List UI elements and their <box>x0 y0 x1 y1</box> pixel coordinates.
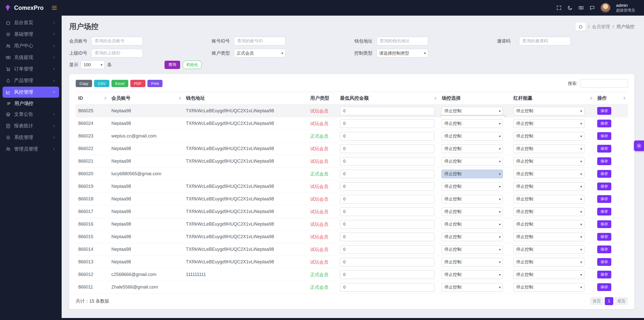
win-select[interactable]: 停止控制 <box>513 220 584 229</box>
win-select[interactable]: 停止控制 <box>513 207 584 216</box>
avatar[interactable] <box>600 3 611 13</box>
column-header[interactable]: 钱包地址 <box>183 92 308 105</box>
export-print-button[interactable]: Print <box>147 80 163 87</box>
settings-gear-button[interactable] <box>634 140 644 151</box>
table-search-input[interactable] <box>580 79 628 88</box>
dark-mode-moon-icon[interactable] <box>567 5 573 11</box>
reset-button[interactable]: 初始化 <box>183 61 202 69</box>
control-select[interactable]: 停止控制 <box>441 107 503 115</box>
column-header[interactable]: ID <box>76 92 109 105</box>
control-select[interactable]: 停止控制 <box>441 119 503 128</box>
sidebar-item-10[interactable]: 管理员管理 <box>3 144 59 155</box>
save-button[interactable]: 保存 <box>597 245 611 253</box>
win-select[interactable]: 停止控制 <box>513 258 584 266</box>
sidebar-item-9[interactable]: 系统管理 <box>3 132 59 143</box>
min-risk-amount-input[interactable] <box>340 170 434 178</box>
column-header[interactable]: 用户类型 <box>308 92 338 105</box>
parent-id-input[interactable] <box>91 49 143 57</box>
pagination-first[interactable]: 首页 <box>590 297 603 305</box>
chat-icon[interactable] <box>589 5 595 11</box>
min-risk-amount-input[interactable] <box>340 182 434 191</box>
pagination-last[interactable]: 尾页 <box>615 297 628 305</box>
min-risk-amount-input[interactable] <box>340 119 434 128</box>
control-select[interactable]: 停止控制 <box>441 220 503 229</box>
query-button[interactable]: 查询 <box>165 61 180 69</box>
control-select[interactable]: 停止控制 <box>441 132 503 140</box>
export-copy-button[interactable]: Copy <box>76 80 92 87</box>
control-select[interactable]: 停止控制 <box>441 145 503 153</box>
control-select[interactable]: 停止控制 <box>441 170 503 178</box>
min-risk-amount-input[interactable] <box>340 270 434 279</box>
save-button[interactable]: 保存 <box>597 157 611 165</box>
save-button[interactable]: 保存 <box>597 208 611 216</box>
min-risk-amount-input[interactable] <box>340 207 434 216</box>
min-risk-amount-input[interactable] <box>340 157 434 166</box>
save-button[interactable]: 保存 <box>597 107 611 115</box>
save-button[interactable]: 保存 <box>597 233 611 241</box>
min-risk-amount-input[interactable] <box>340 283 434 292</box>
save-button[interactable]: 保存 <box>597 170 611 178</box>
sidebar-item-3[interactable]: 充值提现 <box>3 52 59 63</box>
sidebar-item-5[interactable]: 产品管理 <box>3 75 59 86</box>
column-header[interactable]: 红杆能赢 <box>511 92 595 105</box>
control-select[interactable]: 停止控制 <box>441 207 503 216</box>
win-select[interactable]: 停止控制 <box>513 233 584 241</box>
cash-icon[interactable] <box>578 5 584 11</box>
control-type-select[interactable]: 请选择控制类型 <box>377 49 428 57</box>
control-select[interactable]: 停止控制 <box>441 270 503 279</box>
sidebar-item-7[interactable]: 文章公告 <box>3 109 59 120</box>
win-select[interactable]: 停止控制 <box>513 283 584 292</box>
member-account-input[interactable] <box>91 37 143 45</box>
sidebar-item-2[interactable]: 用户中心 <box>3 40 59 51</box>
win-select[interactable]: 停止控制 <box>513 157 584 166</box>
column-header[interactable]: 场控选择 <box>439 92 511 105</box>
win-select[interactable]: 停止控制 <box>513 119 584 128</box>
sidebar-item-4[interactable]: 订单管理 <box>3 63 59 75</box>
min-risk-amount-input[interactable] <box>340 132 434 140</box>
win-select[interactable]: 停止控制 <box>513 195 584 203</box>
invite-code-input[interactable] <box>519 37 571 45</box>
win-select[interactable]: 停止控制 <box>513 182 584 191</box>
save-button[interactable]: 保存 <box>597 283 611 291</box>
sidebar-subitem[interactable]: 用户场控 <box>3 98 59 109</box>
min-risk-amount-input[interactable] <box>340 258 434 266</box>
min-risk-amount-input[interactable] <box>340 107 434 115</box>
wallet-address-input[interactable] <box>377 37 428 45</box>
min-risk-amount-input[interactable] <box>340 245 434 254</box>
save-button[interactable]: 保存 <box>597 120 611 127</box>
breadcrumb-item[interactable]: 会员管理 <box>592 24 610 30</box>
min-risk-amount-input[interactable] <box>340 233 434 241</box>
hamburger-menu-icon[interactable] <box>51 5 58 11</box>
control-select[interactable]: 停止控制 <box>441 233 503 241</box>
save-button[interactable]: 保存 <box>597 195 611 203</box>
save-button[interactable]: 保存 <box>597 220 611 228</box>
sidebar-item-8[interactable]: 报表统计 <box>3 120 59 131</box>
column-header[interactable]: 最低风控金额 <box>337 92 439 105</box>
sidebar-item-1[interactable]: 基础管理 <box>3 29 59 40</box>
min-risk-amount-input[interactable] <box>340 145 434 153</box>
save-button[interactable]: 保存 <box>597 183 611 190</box>
save-button[interactable]: 保存 <box>597 132 611 140</box>
page-size-select[interactable]: 100 <box>81 60 105 69</box>
account-id-input[interactable] <box>234 37 286 45</box>
column-header[interactable]: 操作 <box>595 92 628 105</box>
win-select[interactable]: 停止控制 <box>513 145 584 153</box>
sidebar-item-6[interactable]: 风控管理 <box>3 87 59 98</box>
sidebar-item-0[interactable]: 后台首页 <box>3 17 59 28</box>
control-select[interactable]: 停止控制 <box>441 245 503 254</box>
min-risk-amount-input[interactable] <box>340 220 434 229</box>
control-select[interactable]: 停止控制 <box>441 195 503 203</box>
fullscreen-icon[interactable] <box>556 5 562 11</box>
win-select[interactable]: 停止控制 <box>513 107 584 115</box>
account-type-select[interactable]: 正式会员 <box>234 49 286 57</box>
win-select[interactable]: 停止控制 <box>513 170 584 178</box>
export-pdf-button[interactable]: PDF <box>130 80 145 87</box>
export-csv-button[interactable]: CSV <box>94 80 109 87</box>
win-select[interactable]: 停止控制 <box>513 270 584 279</box>
save-button[interactable]: 保存 <box>597 145 611 153</box>
save-button[interactable]: 保存 <box>597 258 611 266</box>
admin-info[interactable]: admin 超级管理员 <box>616 3 635 13</box>
home-icon[interactable] <box>576 23 586 31</box>
win-select[interactable]: 停止控制 <box>513 132 584 140</box>
control-select[interactable]: 停止控制 <box>441 182 503 191</box>
